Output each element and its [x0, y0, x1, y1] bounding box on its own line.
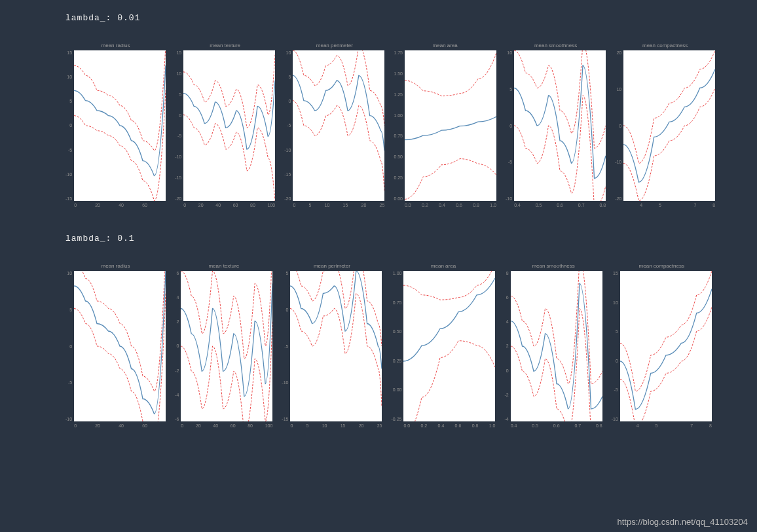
mean-line: [405, 116, 496, 140]
y-tick: -15: [284, 172, 291, 177]
y-tick: 10: [507, 50, 512, 55]
x-tick: 8: [712, 203, 715, 207]
y-tick: 6: [506, 295, 509, 300]
chart-title: mean radius: [102, 43, 130, 49]
y-tick: -10: [284, 148, 291, 152]
x-tick: 80: [250, 203, 255, 207]
x-tick: 4: [640, 203, 642, 207]
y-tick: -15: [175, 175, 181, 180]
lower-ci-line: [74, 294, 166, 422]
y-tick: 4: [506, 319, 509, 324]
x-tick: 40: [119, 203, 124, 207]
y-tick: 15: [176, 50, 181, 55]
chart-panel: mean compactness20100-10-204578: [615, 43, 715, 207]
x-tick: 15: [341, 423, 346, 428]
y-axis: 1050-5-10-15-20: [284, 50, 291, 201]
y-axis: 50-5-10-15: [282, 271, 288, 421]
x-tick: 40: [119, 423, 124, 428]
section-0: lambda_: 0.01mean radius151050-5-10-1502…: [65, 13, 718, 207]
x-tick: 1.0: [489, 423, 496, 428]
y-tick: 0.25: [393, 359, 402, 363]
x-tick: 20: [95, 203, 100, 207]
x-axis: 020406080100: [183, 203, 275, 207]
x-tick: 5: [308, 203, 311, 207]
y-tick: -4: [504, 417, 508, 421]
x-tick: 0.8: [599, 203, 606, 207]
upper-ci-line: [181, 271, 272, 359]
y-axis: 1.751.501.251.000.750.500.250.00: [394, 50, 403, 201]
y-tick: 0.00: [394, 196, 403, 201]
y-tick: -20: [284, 196, 291, 201]
y-axis: 86420-2-4: [504, 271, 508, 421]
plot-svg: [293, 50, 384, 201]
x-axis: 0204060: [74, 423, 166, 428]
chart-row: mean radius1050-5-100204060mean texture6…: [65, 263, 718, 428]
y-tick: 0.75: [394, 133, 403, 138]
y-tick: -5: [287, 123, 291, 128]
y-tick: -5: [68, 380, 72, 385]
y-axis: 1050-5-10: [506, 50, 512, 201]
y-tick: 0: [176, 344, 179, 348]
x-tick: 20: [196, 423, 201, 428]
y-tick: -5: [177, 133, 181, 138]
x-axis: 0510152025: [293, 203, 384, 207]
plot-svg: [181, 271, 272, 421]
y-axis: 1050-5-10: [65, 271, 72, 421]
mean-line: [623, 69, 715, 182]
chart-title: mean texture: [210, 43, 240, 49]
upper-ci-line: [623, 50, 715, 164]
chart-panel: mean radius151050-5-10-150204060: [65, 43, 166, 207]
plot-svg: [514, 50, 606, 201]
lower-ci-line: [290, 294, 382, 407]
lower-ci-line: [183, 115, 275, 201]
mean-line: [181, 283, 272, 397]
y-axis: 6420-2-4-6: [175, 271, 179, 421]
plot-svg: [290, 271, 382, 421]
y-tick: 0: [509, 124, 512, 128]
chart-title: mean perimeter: [314, 263, 350, 270]
chart-panel: mean perimeter1050-5-10-15-200510152025: [284, 43, 384, 207]
y-tick: -10: [175, 154, 181, 159]
y-tick: 15: [67, 50, 72, 55]
upper-ci-line: [403, 271, 495, 300]
y-tick: -2: [504, 393, 508, 397]
y-tick: -10: [65, 417, 72, 421]
y-tick: -2: [175, 368, 179, 373]
x-tick: 60: [231, 423, 236, 428]
watermark: https://blog.csdn.net/qq_41103204: [618, 517, 748, 527]
plot-svg: [74, 50, 166, 201]
section-label: lambda_: 0.1: [65, 234, 718, 243]
upper-ci-line: [183, 55, 275, 128]
plot-svg: [511, 271, 602, 421]
y-tick: 0.50: [394, 154, 403, 159]
x-tick: 0.6: [456, 203, 462, 207]
upper-ci-line: [74, 271, 166, 391]
y-tick: 10: [67, 75, 72, 79]
y-tick: -0.25: [391, 417, 401, 421]
section-1: lambda_: 0.1mean radius1050-5-100204060m…: [65, 234, 718, 428]
chart-title: mean compactness: [639, 263, 684, 270]
x-tick: 0.0: [405, 203, 411, 207]
chart-panel: mean texture6420-2-4-6020406080100: [175, 263, 272, 428]
x-axis: 0204060: [74, 203, 166, 207]
x-tick: 0.0: [403, 423, 410, 428]
x-tick: 1.0: [490, 203, 496, 207]
x-tick: 5: [659, 203, 661, 207]
plot-svg: [403, 271, 495, 421]
x-tick: 0: [74, 203, 77, 207]
x-tick: 0.8: [596, 423, 602, 428]
y-tick: -15: [65, 196, 72, 201]
x-tick: 0.4: [438, 423, 445, 428]
y-tick: 5: [288, 75, 291, 79]
y-tick: -10: [282, 380, 288, 385]
y-tick: 5: [69, 99, 72, 103]
y-tick: 5: [509, 87, 512, 92]
x-tick: 0.4: [511, 423, 517, 428]
y-tick: 2: [176, 319, 179, 324]
y-axis: 151050-5-10-15-20: [175, 50, 181, 201]
chart-panel: mean texture151050-5-10-15-2002040608010…: [175, 43, 275, 207]
x-tick: 0: [293, 203, 295, 207]
x-tick: 7: [694, 203, 697, 207]
y-tick: 6: [176, 271, 179, 275]
x-axis: 0.40.50.60.70.8: [511, 423, 602, 428]
